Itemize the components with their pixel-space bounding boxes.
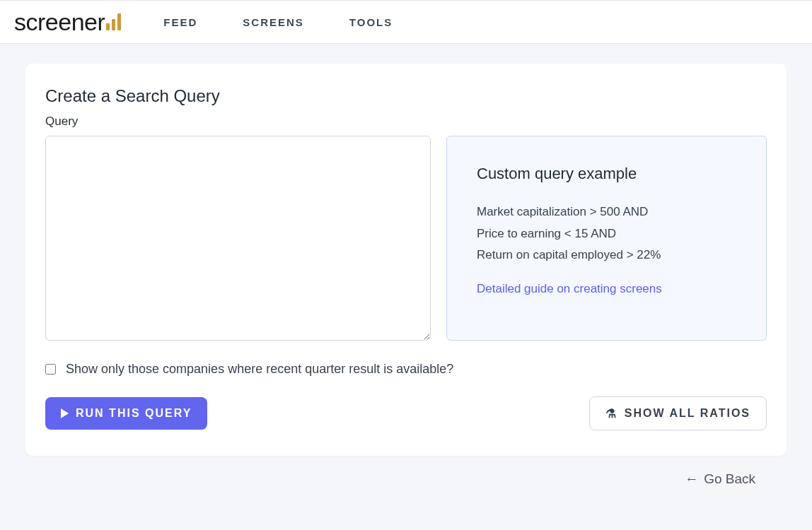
page-content: Create a Search Query Query Custom query… bbox=[0, 44, 812, 507]
query-textarea[interactable] bbox=[45, 136, 431, 341]
latest-quarter-checkbox[interactable] bbox=[45, 364, 56, 375]
query-row: Custom query example Market capitalizati… bbox=[45, 136, 767, 341]
top-navigation-bar: screener FEED SCREENS TOOLS bbox=[0, 0, 812, 44]
arrow-left-icon: ← bbox=[685, 471, 698, 487]
show-all-ratios-button[interactable]: ⚗ SHOW ALL RATIOS bbox=[589, 396, 767, 430]
detailed-guide-link[interactable]: Detailed guide on creating screens bbox=[477, 282, 662, 295]
logo-text: screener bbox=[14, 8, 105, 36]
example-body: Market capitalization > 500 AND Price to… bbox=[477, 201, 736, 266]
main-nav: FEED SCREENS TOOLS bbox=[163, 16, 393, 28]
logo-bars-icon bbox=[106, 13, 121, 30]
button-row: RUN THIS QUERY ⚗ SHOW ALL RATIOS bbox=[45, 396, 767, 430]
flask-icon: ⚗ bbox=[605, 408, 617, 420]
query-field-label: Query bbox=[45, 114, 767, 129]
query-card: Create a Search Query Query Custom query… bbox=[25, 64, 787, 456]
page-title: Create a Search Query bbox=[45, 86, 767, 106]
play-icon bbox=[61, 408, 69, 418]
run-query-button[interactable]: RUN THIS QUERY bbox=[45, 397, 207, 430]
run-query-label: RUN THIS QUERY bbox=[76, 407, 192, 420]
nav-screens[interactable]: SCREENS bbox=[243, 16, 304, 28]
nav-feed[interactable]: FEED bbox=[163, 16, 197, 28]
nav-tools[interactable]: TOOLS bbox=[349, 16, 393, 28]
logo[interactable]: screener bbox=[14, 8, 121, 36]
example-title: Custom query example bbox=[477, 165, 736, 183]
go-back-label: Go Back bbox=[704, 471, 755, 487]
checkbox-label: Show only those companies where recent q… bbox=[66, 362, 453, 377]
example-panel: Custom query example Market capitalizati… bbox=[446, 136, 767, 341]
checkbox-row: Show only those companies where recent q… bbox=[45, 362, 767, 377]
go-back-link[interactable]: ← Go Back bbox=[685, 471, 755, 487]
show-ratios-label: SHOW ALL RATIOS bbox=[625, 407, 750, 420]
go-back-row: ← Go Back bbox=[25, 456, 787, 487]
